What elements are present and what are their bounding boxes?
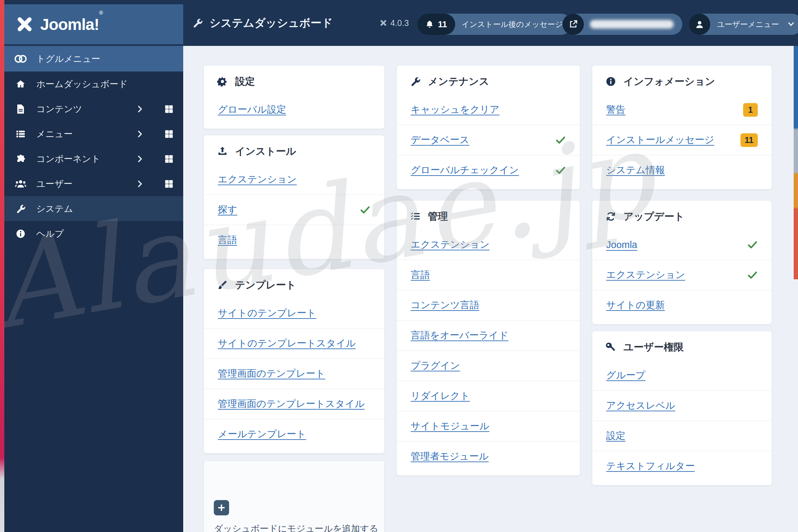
sidebar-item-label: メニュー xyxy=(36,128,73,140)
link-joomla-update[interactable]: Joomla xyxy=(606,240,638,250)
list-item: サイトのテンプレート xyxy=(204,298,384,328)
desktop-edge-left xyxy=(0,0,4,532)
card-title: 管理 xyxy=(428,210,448,224)
messages-count-badge: 11 xyxy=(740,133,758,147)
link-update-sites[interactable]: サイトの更新 xyxy=(606,299,665,312)
link-install-extensions[interactable]: エクステンション xyxy=(218,173,297,186)
sidebar-item-menus[interactable]: メニュー xyxy=(4,121,183,146)
list-item: 管理画面のテンプレート xyxy=(204,358,384,389)
blurred-site-name xyxy=(590,20,673,28)
link-groups[interactable]: グループ xyxy=(606,369,645,382)
link-admin-template-styles[interactable]: 管理画面のテンプレートスタイル xyxy=(218,397,365,411)
card-information-header: インフォメーション xyxy=(592,65,772,95)
link-languages[interactable]: 言語 xyxy=(411,268,430,282)
warning-count-badge: 1 xyxy=(743,103,758,117)
link-content-languages[interactable]: コンテンツ言語 xyxy=(411,299,479,312)
chevron-right-icon[interactable] xyxy=(137,130,142,138)
sidebar-item-system[interactable]: システム xyxy=(4,196,183,221)
sidebar-item-home-dashboard[interactable]: ホームダッシュボード xyxy=(4,72,183,96)
dashboard-grid-icon[interactable] xyxy=(164,179,174,189)
site-preview-pill[interactable] xyxy=(563,14,682,35)
user-menu-pill[interactable]: ユーザーメニュー xyxy=(689,14,798,35)
link-site-template-styles[interactable]: サイトのテンプレートスタイル xyxy=(218,337,356,350)
list-item: グループ xyxy=(592,360,772,391)
sidebar-item-help[interactable]: ヘルプ xyxy=(4,221,183,246)
link-post-install-messages[interactable]: インストールメッセージ xyxy=(606,133,714,147)
card-maintenance: メンテナンス キャッシュをクリア データベース グローバルチェックイン xyxy=(396,65,580,190)
link-database[interactable]: データベース xyxy=(411,133,470,147)
card-install-header: インストール xyxy=(204,135,384,165)
card-manage-header: 管理 xyxy=(397,201,580,230)
wrench-icon xyxy=(409,76,421,87)
list-icon xyxy=(13,129,28,139)
card-information: インフォメーション 警告 1 インストールメッセージ 11 システム情報 xyxy=(592,65,772,190)
link-user-settings[interactable]: 設定 xyxy=(606,429,625,442)
puzzle-icon xyxy=(13,154,28,164)
dashboard-grid-icon[interactable] xyxy=(164,104,174,114)
sidebar-item-users[interactable]: ユーザー xyxy=(4,171,183,196)
link-admin-templates[interactable]: 管理画面のテンプレート xyxy=(218,367,325,380)
sidebar-toggle-menu[interactable]: トグルメニュー xyxy=(4,46,183,72)
link-install-languages[interactable]: 言語 xyxy=(218,233,237,247)
joomla-admin-dashboard: Joomla!® システムダッシュボード 4.0.3 11 インストール後のメッ… xyxy=(0,0,798,532)
dashboard-grid-icon[interactable] xyxy=(164,154,174,164)
chevron-right-icon[interactable] xyxy=(137,155,142,163)
check-icon xyxy=(747,240,758,250)
list-item: 管理画面のテンプレートスタイル xyxy=(204,389,384,419)
version-number: 4.0.3 xyxy=(391,18,409,28)
card-title: インフォメーション xyxy=(624,75,715,89)
sidebar-item-content[interactable]: コンテンツ xyxy=(4,96,183,121)
list-item: エクステンション xyxy=(204,165,384,194)
post-install-messages-pill[interactable]: 11 インストール後のメッセージ xyxy=(417,14,572,35)
link-access-levels[interactable]: アクセスレベル xyxy=(606,399,675,412)
link-site-templates[interactable]: サイトのテンプレート xyxy=(218,307,316,320)
list-item: 管理者モジュール xyxy=(397,441,580,472)
link-extensions-update[interactable]: エクステンション xyxy=(606,268,685,282)
link-global-configuration[interactable]: グローバル設定 xyxy=(218,103,286,116)
toggle-icon xyxy=(13,55,28,63)
chevron-right-icon[interactable] xyxy=(137,105,142,113)
list-item: メールテンプレート xyxy=(204,419,384,449)
sidebar-item-label: ユーザー xyxy=(36,178,73,190)
list-item: グローバル設定 xyxy=(204,95,384,125)
sidebar-item-components[interactable]: コンポーネント xyxy=(4,146,183,171)
card-title: アップデート xyxy=(624,210,685,224)
chevron-right-icon[interactable] xyxy=(137,179,142,188)
list-item: キャッシュをクリア xyxy=(397,95,580,125)
link-global-checkin[interactable]: グローバルチェックイン xyxy=(411,164,519,177)
link-text-filters[interactable]: テキストフィルター xyxy=(606,459,695,473)
plus-icon[interactable] xyxy=(214,500,229,515)
joomla-logo-icon xyxy=(16,15,34,33)
list-item: サイトの更新 xyxy=(592,290,772,320)
link-redirects[interactable]: リダイレクト xyxy=(411,390,470,403)
link-clear-cache[interactable]: キャッシュをクリア xyxy=(411,103,499,116)
chevron-down-icon xyxy=(788,22,794,26)
card-settings: 設定 グローバル設定 xyxy=(204,65,385,129)
dashboard-grid-icon[interactable] xyxy=(164,129,174,139)
card-add-module: ダッシュボードにモジュールを追加する xyxy=(204,460,385,532)
link-manage-extensions[interactable]: エクステンション xyxy=(411,238,490,251)
link-discover[interactable]: 探す xyxy=(218,203,238,216)
link-admin-modules[interactable]: 管理者モジュール xyxy=(411,450,489,463)
link-mail-templates[interactable]: メールテンプレート xyxy=(218,428,306,441)
add-module-label[interactable]: ダッシュボードにモジュールを追加する xyxy=(214,523,384,532)
link-site-modules[interactable]: サイトモジュール xyxy=(411,420,490,433)
check-icon xyxy=(747,270,758,280)
notification-count-cap: 11 xyxy=(417,14,455,35)
key-icon xyxy=(605,342,617,353)
desktop-edge-right xyxy=(794,46,798,279)
link-plugins[interactable]: プラグイン xyxy=(411,359,460,373)
upload-icon xyxy=(216,146,228,157)
card-title: メンテナンス xyxy=(428,75,489,89)
link-system-information[interactable]: システム情報 xyxy=(606,164,665,177)
card-updates: アップデート Joomla エクステンション サイトの更新 xyxy=(592,200,772,324)
top-bar: Joomla!® システムダッシュボード 4.0.3 11 インストール後のメッ… xyxy=(0,0,798,46)
home-icon xyxy=(13,79,28,89)
list-item: 言語をオーバーライド xyxy=(397,320,580,350)
link-language-overrides[interactable]: 言語をオーバーライド xyxy=(411,329,508,342)
brush-icon xyxy=(216,280,228,290)
link-warnings[interactable]: 警告 xyxy=(606,103,625,116)
list-item: テキストフィルター xyxy=(592,451,772,481)
card-templates-header: テンプレート xyxy=(204,269,384,298)
sidebar-item-label: コンテンツ xyxy=(36,103,82,115)
